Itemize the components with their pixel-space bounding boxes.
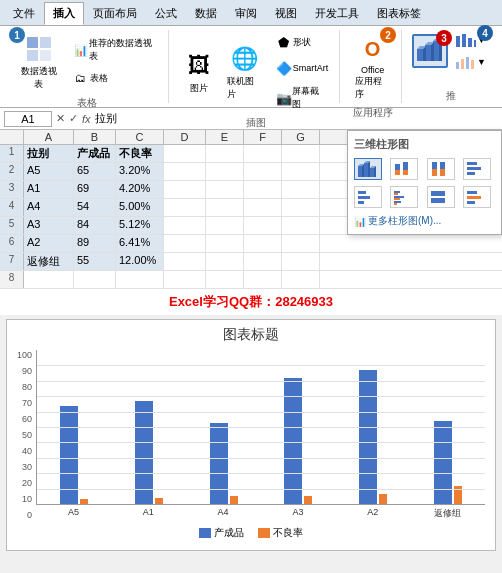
bar-blue[interactable]: [359, 370, 377, 504]
col-header-a[interactable]: A: [24, 130, 74, 144]
chart-dropdown-button[interactable]: 4 ▼: [451, 30, 490, 50]
cell-b1[interactable]: 产成品: [74, 145, 116, 162]
cell-e4[interactable]: [206, 199, 244, 216]
cell-b6[interactable]: 89: [74, 235, 116, 252]
bar-orange[interactable]: [379, 494, 387, 504]
cell-c5[interactable]: 5.12%: [116, 217, 164, 234]
cell-f8[interactable]: [244, 271, 282, 288]
cell-g4[interactable]: [282, 199, 320, 216]
col-header-b[interactable]: B: [74, 130, 116, 144]
cell-e6[interactable]: [206, 235, 244, 252]
cell-d4[interactable]: [164, 199, 206, 216]
cell-a4[interactable]: A4: [24, 199, 74, 216]
tab-charttag[interactable]: 图表标签: [368, 2, 430, 25]
tab-insert[interactable]: 插入: [44, 2, 84, 25]
cell-f5[interactable]: [244, 217, 282, 234]
formula-fx-icon[interactable]: fx: [82, 113, 91, 125]
cell-b2[interactable]: 65: [74, 163, 116, 180]
cell-c4[interactable]: 5.00%: [116, 199, 164, 216]
cell-c6[interactable]: 6.41%: [116, 235, 164, 252]
chart-icon-3d-bar[interactable]: [463, 158, 491, 180]
chart-icon-horiz4[interactable]: [463, 186, 491, 208]
tab-pagelayout[interactable]: 页面布局: [84, 2, 146, 25]
cell-d3[interactable]: [164, 181, 206, 198]
tab-devtools[interactable]: 开发工具: [306, 2, 368, 25]
cell-f7[interactable]: [244, 253, 282, 270]
cell-reference[interactable]: [4, 111, 52, 127]
more-charts-link[interactable]: 📊 更多柱形图(M)...: [354, 214, 495, 228]
col-header-d[interactable]: D: [164, 130, 206, 144]
pivot-table-button[interactable]: 1 数据透视表: [12, 30, 66, 94]
col-header-e[interactable]: E: [206, 130, 244, 144]
shapes-button[interactable]: ⬟ 形状: [270, 30, 334, 54]
smartart-button[interactable]: 🔷 SmartArt: [270, 56, 334, 80]
cell-g7[interactable]: [282, 253, 320, 270]
tab-data[interactable]: 数据: [186, 2, 226, 25]
chart-icon-3d-stacked[interactable]: [390, 158, 418, 180]
cell-e8[interactable]: [206, 271, 244, 288]
cell-a2[interactable]: A5: [24, 163, 74, 180]
formula-cancel-icon[interactable]: ✕: [56, 112, 65, 125]
col-header-g[interactable]: G: [282, 130, 320, 144]
cell-c8[interactable]: [116, 271, 164, 288]
cell-d7[interactable]: [164, 253, 206, 270]
cell-a7[interactable]: 返修组: [24, 253, 74, 270]
cell-d1[interactable]: [164, 145, 206, 162]
chart-icon-horiz3[interactable]: [427, 186, 455, 208]
cell-b8[interactable]: [74, 271, 116, 288]
bar-blue[interactable]: [210, 423, 228, 504]
office-apps-button[interactable]: 2 O Office 应用程序: [350, 30, 395, 104]
cell-d6[interactable]: [164, 235, 206, 252]
tab-formula[interactable]: 公式: [146, 2, 186, 25]
online-picture-button[interactable]: 🌐 联机图片: [222, 40, 266, 104]
cell-g1[interactable]: [282, 145, 320, 162]
cell-c1[interactable]: 不良率: [116, 145, 164, 162]
cell-f4[interactable]: [244, 199, 282, 216]
bar-orange[interactable]: [155, 498, 163, 504]
cell-f6[interactable]: [244, 235, 282, 252]
cell-b7[interactable]: 55: [74, 253, 116, 270]
chart-icon-3d-100pct[interactable]: [427, 158, 455, 180]
cell-d8[interactable]: [164, 271, 206, 288]
cell-f2[interactable]: [244, 163, 282, 180]
chart-type-button[interactable]: 3: [412, 34, 448, 68]
chart-icon-horiz1[interactable]: [354, 186, 382, 208]
formula-confirm-icon[interactable]: ✓: [69, 112, 78, 125]
cell-f3[interactable]: [244, 181, 282, 198]
bar-orange[interactable]: [304, 496, 312, 504]
chart-more-button[interactable]: ▼: [451, 52, 490, 72]
cell-f1[interactable]: [244, 145, 282, 162]
cell-d2[interactable]: [164, 163, 206, 180]
tab-review[interactable]: 审阅: [226, 2, 266, 25]
chart-icon-3d-clustered[interactable]: [354, 158, 382, 180]
cell-g3[interactable]: [282, 181, 320, 198]
col-header-f[interactable]: F: [244, 130, 282, 144]
cell-g6[interactable]: [282, 235, 320, 252]
picture-button[interactable]: 🖼 图片: [179, 47, 219, 98]
bar-orange[interactable]: [230, 496, 238, 504]
cell-e1[interactable]: [206, 145, 244, 162]
cell-d5[interactable]: [164, 217, 206, 234]
chart-icon-horiz2[interactable]: [390, 186, 418, 208]
table-button[interactable]: 🗂 表格: [69, 67, 162, 89]
cell-e3[interactable]: [206, 181, 244, 198]
cell-e5[interactable]: [206, 217, 244, 234]
tab-view[interactable]: 视图: [266, 2, 306, 25]
cell-a1[interactable]: 拉别: [24, 145, 74, 162]
cell-e7[interactable]: [206, 253, 244, 270]
screenshot-button[interactable]: 📷 屏幕截图: [270, 82, 334, 114]
cell-g5[interactable]: [282, 217, 320, 234]
cell-a3[interactable]: A1: [24, 181, 74, 198]
cell-b4[interactable]: 54: [74, 199, 116, 216]
cell-g2[interactable]: [282, 163, 320, 180]
bar-orange[interactable]: [80, 499, 88, 504]
cell-a5[interactable]: A3: [24, 217, 74, 234]
cell-b5[interactable]: 84: [74, 217, 116, 234]
recommended-pivot-button[interactable]: 📊 推荐的数据透视表: [69, 35, 162, 65]
cell-e2[interactable]: [206, 163, 244, 180]
cell-a8[interactable]: [24, 271, 74, 288]
cell-b3[interactable]: 69: [74, 181, 116, 198]
bar-blue[interactable]: [434, 421, 452, 504]
col-header-c[interactable]: C: [116, 130, 164, 144]
tab-file[interactable]: 文件: [4, 2, 44, 25]
